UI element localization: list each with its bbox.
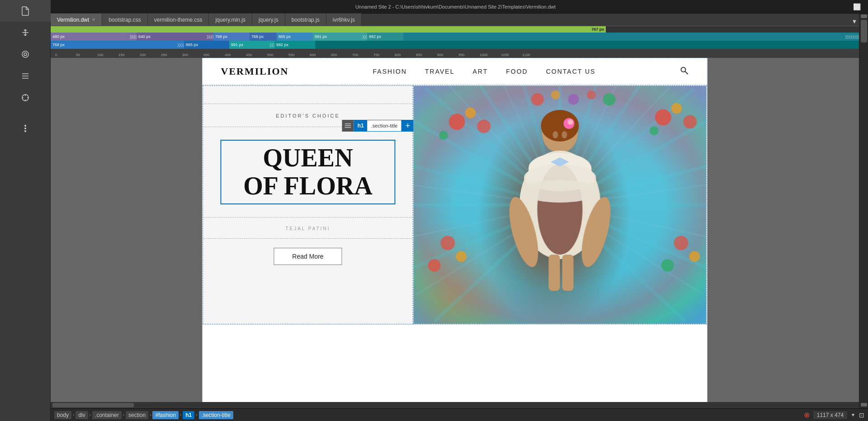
hero-readmore-region: Read More [203,239,413,274]
svg-point-63 [603,93,616,106]
sub-bp-865-segment: 865 px [184,41,229,49]
breadcrumb-h1[interactable]: h1 [183,411,194,419]
site-header: VERMILION FASHION TRAVEL ART FOOD CONTAC… [203,58,708,85]
svg-rect-15 [345,123,351,124]
tab-jquery-min[interactable]: jquery.min.js [209,13,252,26]
svg-point-62 [587,90,596,99]
scrollbar-v-down[interactable] [861,403,867,407]
breadcrumb-div[interactable]: div [75,411,88,419]
svg-point-60 [551,90,560,99]
tab-bootstrap-css-label: bootstrap.css [108,17,141,23]
ruler-tick-200: 200 [140,53,146,57]
title-bar-text: Unnamed Site 2 - C:\Users\shhivkum\Docum… [58,4,853,9]
sub-bp-rest-segment [315,41,859,49]
ruler-tick-1100: 1100 [522,53,530,57]
svg-point-12 [24,130,26,132]
svg-point-61 [568,94,579,105]
tab-bootstrap-js-label: bootstrap.js [292,17,320,23]
nav-contact[interactable]: CONTACT US [546,68,596,75]
svg-point-49 [655,109,671,126]
tab-jquery-min-label: jquery.min.js [215,17,245,23]
bottom-bar: body › div › .container › section › #fas… [51,408,868,421]
svg-point-45 [448,114,465,130]
hero-author-text: TEJAL PATINI [285,226,330,231]
breakpoint-row-2: 768 px ❯❯❯❯ 865 px 991 px ❯❯❯ 992 px [51,41,859,49]
fashion-image [414,86,707,324]
resize-icon[interactable]: ⊡ [859,412,864,419]
svg-point-52 [650,126,659,135]
tab-vermilion-close[interactable]: ✕ [92,17,95,22]
tab-bootstrap-css[interactable]: bootstrap.css [102,13,147,26]
site-nav: FASHION TRAVEL ART FOOD CONTACT US [373,68,596,75]
restore-icon[interactable]: ⬜ [853,3,861,10]
nav-fashion[interactable]: FASHION [373,68,407,75]
bp-768b-segment: 768 px [250,33,277,41]
ruler-tick-450: 450 [246,53,252,57]
breadcrumb-section[interactable]: section [126,411,148,419]
tab-bootstrap-js[interactable]: bootstrap.js [285,13,326,26]
tab-jquery[interactable]: jquery.js [252,13,285,26]
svg-point-75 [568,119,573,125]
breadcrumb-body[interactable]: body [54,411,71,419]
hero-section: EDITOR'S CHOICE QUEENOF FLORA [203,85,708,325]
toolbar-more-icon[interactable] [0,118,51,139]
progress-bar-container: 767 px [51,26,859,33]
breadcrumb-arrow-6: › [196,412,197,417]
ruler-tick-400: 400 [225,53,231,57]
nav-food[interactable]: FOOD [506,68,528,75]
svg-point-53 [441,236,455,250]
bp-992-segment: 992 px [367,33,403,41]
ruler-tick-1050: 1050 [501,53,509,57]
search-icon[interactable] [680,66,689,77]
svg-rect-80 [562,255,574,291]
tab-vermilion[interactable]: Vermilion.dwt ✕ [51,13,102,26]
website-page: VERMILION FASHION TRAVEL ART FOOD CONTAC… [203,58,708,402]
site-logo: VERMILION [221,66,289,77]
tooltip-plus-button[interactable]: + [402,120,414,132]
nav-art[interactable]: ART [473,68,488,75]
svg-point-46 [465,108,476,118]
toolbar-view-icon[interactable] [0,43,51,65]
svg-rect-79 [549,255,560,291]
breadcrumb-arrow-5: › [180,412,181,417]
svg-point-58 [661,259,674,272]
tab-vermilion-theme[interactable]: vermilion-theme.css [148,13,209,26]
dropdown-arrow[interactable]: ▼ [851,412,855,417]
svg-point-59 [531,93,544,106]
scrollbar-v-thumb[interactable] [861,20,867,43]
svg-point-47 [477,119,491,133]
svg-rect-17 [345,127,351,128]
nav-travel[interactable]: TRAVEL [425,68,454,75]
svg-point-76 [553,131,558,138]
breadcrumb-arrow-1: › [73,412,74,417]
scrollbar-vertical[interactable] [859,14,868,408]
toolbar-target-icon[interactable] [0,87,51,109]
svg-point-56 [674,236,689,250]
error-icon: ⊗ [804,411,810,419]
toolbar-list-icon[interactable] [0,65,51,87]
tab-vermilion-theme-label: vermilion-theme.css [154,17,203,23]
svg-point-10 [24,125,26,127]
breadcrumb-section-title[interactable]: .section-title [199,411,233,419]
ruler-tick-850: 850 [416,53,422,57]
ruler-tick-650: 650 [331,53,337,57]
breadcrumb-fashion[interactable]: #fashion [152,411,178,419]
breadcrumb-arrow-4: › [150,412,151,417]
tooltip-classname: .section-title [368,120,402,132]
ruler-tick-300: 300 [182,53,188,57]
read-more-button[interactable]: Read More [274,248,342,265]
svg-point-50 [671,103,682,114]
scrollbar-horizontal[interactable] [51,402,859,408]
scrollbar-h-thumb[interactable] [52,403,134,407]
tooltip-menu-button[interactable] [342,120,354,132]
ruler-tick-900: 900 [437,53,443,57]
ruler-tick-700: 700 [352,53,358,57]
tab-ivr6hkv[interactable]: ivr6hkv.js [326,13,362,26]
breadcrumb-container[interactable]: .container [92,411,122,419]
toolbar-file-icon[interactable] [0,0,51,22]
toolbar-arrows-icon[interactable] [0,22,51,43]
scrollbar-v-up[interactable] [861,14,867,18]
breakpoint-row-1: 480 px ❯❯❯❯ 640 px ❯❯❯❯ 768 px 768 px 86… [51,33,859,41]
element-tooltip: h1 .section-title + [342,120,414,132]
ruler-tick-750: 750 [373,53,379,57]
